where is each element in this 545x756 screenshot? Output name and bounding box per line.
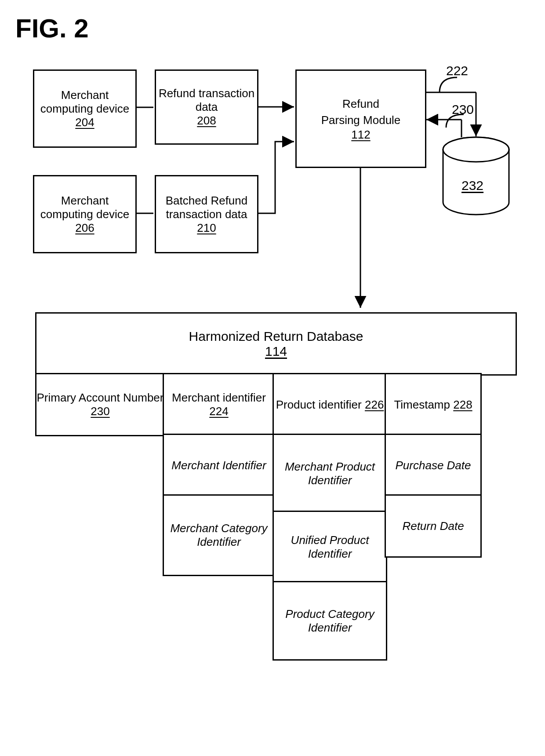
refund-parsing-module-ref: 112 bbox=[351, 128, 370, 142]
database-title-bar: Harmonized Return Database 114 bbox=[35, 312, 517, 376]
database-title: Harmonized Return Database bbox=[189, 329, 363, 344]
col-pid-row3: Product Category Identifier bbox=[272, 581, 387, 661]
col-mid-title: Merchant identifier bbox=[172, 391, 266, 404]
col-pid-header: Product identifier 226 bbox=[272, 373, 387, 436]
col-pan-header: Primary Account Number 230 bbox=[35, 373, 165, 436]
col-pan-ref: 230 bbox=[91, 405, 109, 418]
merchant-device-2-ref: 206 bbox=[75, 221, 94, 235]
merchant-device-2: Merchant computing device 206 bbox=[33, 175, 137, 253]
batched-refund-data-ref: 210 bbox=[197, 221, 216, 235]
col-pid-row1: Merchant Product Identifier bbox=[272, 434, 387, 513]
refund-data-ref: 208 bbox=[197, 114, 216, 128]
refund-data: Refund transaction data 208 bbox=[155, 69, 258, 145]
merchant-device-1-ref: 204 bbox=[75, 116, 94, 129]
refund-data-title: Refund transaction data bbox=[156, 87, 257, 114]
merchant-device-1-title: Merchant computing device bbox=[34, 88, 135, 116]
merchant-device-1: Merchant computing device 204 bbox=[33, 69, 137, 148]
merchant-device-2-title: Merchant computing device bbox=[34, 194, 135, 221]
figure-label: FIG. 2 bbox=[15, 13, 89, 44]
database-ref: 114 bbox=[265, 344, 287, 359]
col-pid-row2: Unified Product Identifier bbox=[272, 511, 387, 584]
cylinder-ref: 232 bbox=[461, 178, 483, 193]
refund-parsing-module-title1: Refund bbox=[342, 96, 379, 112]
col-ts-header: Timestamp 228 bbox=[385, 373, 482, 436]
svg-point-1 bbox=[443, 137, 509, 162]
col-mid-ref: 224 bbox=[209, 405, 228, 418]
callout-222: 222 bbox=[446, 63, 468, 78]
col-ts-ref: 228 bbox=[453, 398, 472, 411]
col-ts-row1: Purchase Date bbox=[385, 434, 482, 497]
refund-parsing-module-title2: Parsing Module bbox=[321, 112, 401, 128]
svg-point-0 bbox=[443, 137, 509, 162]
refund-parsing-module: Refund Parsing Module 112 bbox=[295, 69, 426, 168]
callout-230: 230 bbox=[452, 102, 474, 117]
col-mid-row1: Merchant Identifier bbox=[163, 434, 275, 497]
col-mid-header: Merchant identifier 224 bbox=[163, 373, 275, 436]
col-pan-title: Primary Account Number bbox=[37, 391, 164, 404]
col-mid-row2: Merchant Category Identifier bbox=[163, 494, 275, 576]
batched-refund-data-title: Batched Refund transaction data bbox=[156, 194, 257, 221]
col-pid-title: Product identifier bbox=[276, 398, 362, 411]
col-ts-row2: Return Date bbox=[385, 494, 482, 558]
batched-refund-data: Batched Refund transaction data 210 bbox=[155, 175, 258, 253]
col-pid-ref: 226 bbox=[365, 398, 384, 411]
col-ts-title: Timestamp bbox=[394, 398, 450, 411]
